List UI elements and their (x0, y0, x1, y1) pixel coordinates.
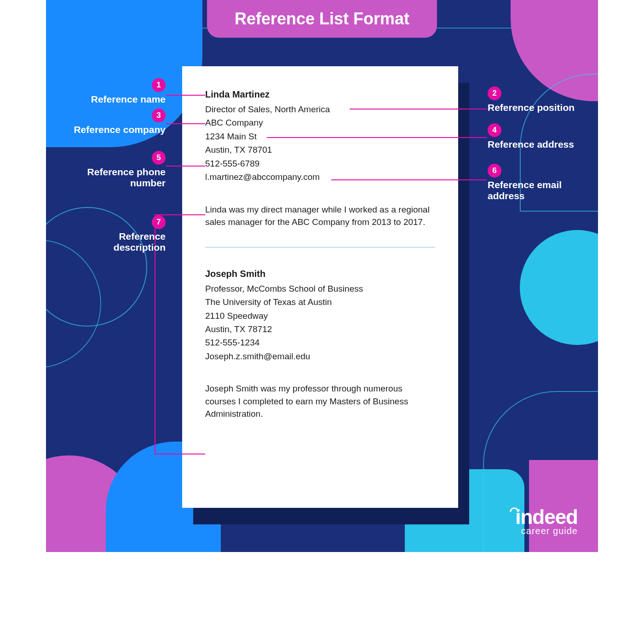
callout-reference-position: 2 Reference position (488, 86, 589, 113)
callout-badge: 5 (152, 151, 166, 165)
connector-line (166, 123, 205, 124)
logo-text: indeed (515, 506, 578, 528)
reference-company-value: The University of Texas at Austin (205, 295, 435, 309)
connector-line (267, 137, 487, 138)
callout-badge: 6 (488, 164, 501, 178)
connector-line (331, 179, 487, 180)
diagram-canvas: Reference List Format Linda Martinez Dir… (46, 0, 598, 552)
callout-label: Reference phone number (64, 167, 166, 189)
reference-company-value: ABC Company (205, 116, 435, 129)
connector-line (155, 454, 205, 454)
reference-description-value: Joseph Smith was my professor through nu… (205, 382, 435, 420)
reference-phone-value: 512-555-6789 (205, 157, 435, 170)
reference-email-value: Joseph.z.smith@email.edu (205, 350, 435, 363)
reference-email-value: l.martinez@abccompany.com (205, 170, 435, 184)
reference-address2-value: Austin, TX 78701 (205, 143, 435, 156)
callout-label: Reference email address (488, 179, 589, 201)
reference-address1-value: 1234 Main St (205, 130, 435, 143)
connector-line (166, 166, 205, 167)
connector-line (166, 95, 205, 96)
callout-badge: 1 (152, 78, 166, 92)
callout-label: Reference description (64, 231, 166, 253)
reference-entry: Linda Martinez Director of Sales, North … (205, 89, 435, 229)
reference-address2-value: Austin, TX 78712 (205, 322, 435, 336)
reference-name-value: Joseph Smith (205, 269, 435, 279)
connector-line (350, 109, 487, 109)
callout-label: Reference name (64, 94, 166, 105)
reference-description-value: Linda was my direct manager while I work… (205, 203, 435, 229)
divider-line (205, 247, 435, 247)
callout-badge: 4 (488, 123, 501, 137)
callout-reference-description: 7 Reference description (64, 215, 166, 253)
reference-name-value: Linda Martinez (205, 89, 435, 100)
callout-reference-address: 4 Reference address (488, 123, 589, 150)
reference-document: Linda Martinez Director of Sales, North … (182, 66, 458, 508)
reference-address1-value: 2110 Speedway (205, 309, 435, 322)
reference-position-value: Professor, McCombs School of Business (205, 282, 435, 295)
callout-reference-phone: 5 Reference phone number (64, 151, 166, 189)
callout-label: Reference company (64, 124, 166, 135)
callout-badge: 7 (152, 215, 166, 229)
callout-label: Reference position (488, 102, 589, 113)
callout-reference-company: 3 Reference company (64, 109, 166, 135)
callout-label: Reference address (488, 139, 589, 150)
callout-reference-email: 6 Reference email address (488, 164, 589, 201)
reference-phone-value: 512-555-1234 (205, 336, 435, 349)
reference-entry: Joseph Smith Professor, McCombs School o… (205, 269, 435, 420)
callout-badge: 2 (488, 86, 501, 100)
page-title: Reference List Format (207, 0, 437, 38)
indeed-logo: indeed career guide (506, 506, 578, 536)
callout-badge: 3 (152, 109, 166, 122)
callout-reference-name: 1 Reference name (64, 78, 166, 105)
bg-shape (520, 230, 598, 345)
